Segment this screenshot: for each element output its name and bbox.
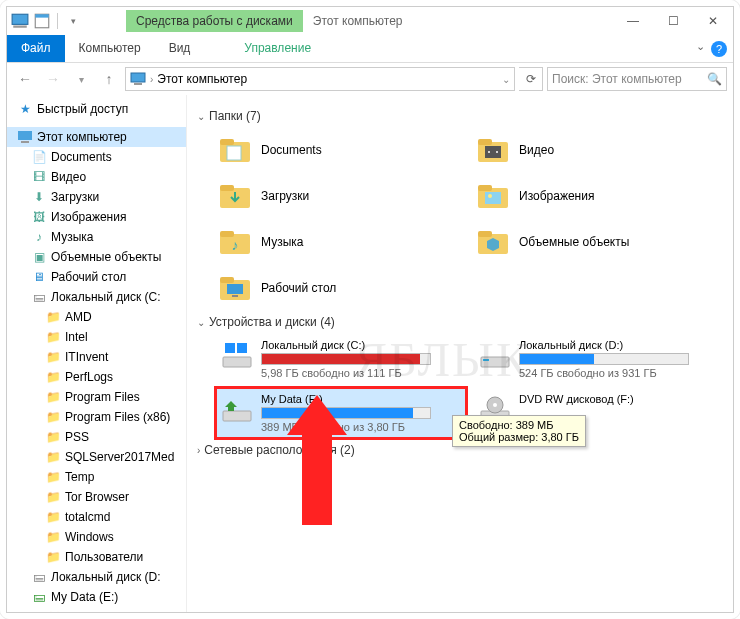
folder-icon: 📁 bbox=[45, 329, 61, 345]
tree-folder[interactable]: 📁Temp bbox=[7, 467, 186, 487]
drive-name: DVD RW дисковод (F:) bbox=[519, 393, 719, 405]
cube-icon: ▣ bbox=[31, 249, 47, 265]
folder-desktop[interactable]: Рабочий стол bbox=[217, 267, 465, 309]
tab-computer[interactable]: Компьютер bbox=[65, 35, 155, 62]
drive-icon: 🖴 bbox=[31, 289, 47, 305]
drive-os-icon bbox=[221, 339, 253, 371]
group-folders[interactable]: ⌄Папки (7) bbox=[197, 109, 723, 123]
tree-documents[interactable]: 📄Documents bbox=[7, 147, 186, 167]
tree-folder[interactable]: 📁SQLServer2017Med bbox=[7, 447, 186, 467]
address-bar: ← → ▾ ↑ › Этот компьютер ⌄ ⟳ Поиск: Этот… bbox=[7, 63, 733, 95]
tab-manage[interactable]: Управление bbox=[230, 35, 325, 62]
search-placeholder: Поиск: Этот компьютер bbox=[552, 72, 682, 86]
folder-icon bbox=[475, 178, 511, 214]
svg-point-21 bbox=[488, 194, 492, 198]
tree-folder[interactable]: 📁Windows bbox=[7, 527, 186, 547]
svg-rect-7 bbox=[21, 141, 29, 143]
tree-disk-d[interactable]: 🖴Локальный диск (D: bbox=[7, 567, 186, 587]
ribbon-expand-icon[interactable]: ⌄ bbox=[696, 40, 705, 53]
breadcrumb[interactable]: › Этот компьютер ⌄ bbox=[125, 67, 515, 91]
tree-folder[interactable]: 📁AMD bbox=[7, 307, 186, 327]
drive-c[interactable]: Локальный диск (C:) 5,98 ГБ свободно из … bbox=[217, 335, 465, 383]
minimize-button[interactable]: — bbox=[613, 7, 653, 35]
help-icon[interactable]: ? bbox=[711, 41, 727, 57]
nav-back-button[interactable]: ← bbox=[13, 67, 37, 91]
tree-mydata-e[interactable]: 🖴My Data (E:) bbox=[7, 587, 186, 607]
nav-recent-icon[interactable]: ▾ bbox=[69, 67, 93, 91]
folder-icon: 📁 bbox=[45, 489, 61, 505]
tree-folder[interactable]: 📁ITInvent bbox=[7, 347, 186, 367]
tree-downloads[interactable]: ⬇Загрузки bbox=[7, 187, 186, 207]
folder-pictures[interactable]: Изображения bbox=[475, 175, 723, 217]
chevron-down-icon: ⌄ bbox=[197, 111, 205, 122]
tab-view[interactable]: Вид bbox=[155, 35, 205, 62]
qat-dropdown-icon[interactable]: ▾ bbox=[64, 12, 82, 30]
tree-folder[interactable]: 📁Tor Browser bbox=[7, 487, 186, 507]
svg-rect-35 bbox=[481, 357, 509, 367]
drive-icon: 🖴 bbox=[31, 569, 47, 585]
folder-icon: 📁 bbox=[45, 349, 61, 365]
navigation-tree[interactable]: ★Быстрый доступ Этот компьютер 📄Document… bbox=[7, 95, 187, 612]
tree-folder[interactable]: 📁PerfLogs bbox=[7, 367, 186, 387]
desktop-icon: 🖥 bbox=[31, 269, 47, 285]
usage-fill bbox=[262, 354, 420, 364]
folder-icon: 📁 bbox=[45, 369, 61, 385]
tree-pictures[interactable]: 🖼Изображения bbox=[7, 207, 186, 227]
window-title: Этот компьютер bbox=[313, 14, 403, 28]
folder-icon: 📁 bbox=[45, 529, 61, 545]
refresh-button[interactable]: ⟳ bbox=[519, 67, 543, 91]
svg-rect-36 bbox=[483, 359, 489, 361]
folder-icon: 📁 bbox=[45, 389, 61, 405]
svg-rect-5 bbox=[134, 83, 142, 85]
usage-fill bbox=[520, 354, 594, 364]
tree-desktop[interactable]: 🖥Рабочий стол bbox=[7, 267, 186, 287]
svg-rect-3 bbox=[35, 14, 49, 17]
folder-icon: 📁 bbox=[45, 429, 61, 445]
crumb-dropdown-icon[interactable]: ⌄ bbox=[502, 74, 510, 85]
close-button[interactable]: ✕ bbox=[693, 7, 733, 35]
svg-rect-9 bbox=[220, 139, 234, 145]
svg-text:♪: ♪ bbox=[232, 237, 239, 253]
tree-this-pc[interactable]: Этот компьютер bbox=[7, 127, 186, 147]
svg-rect-4 bbox=[131, 73, 145, 82]
svg-rect-26 bbox=[478, 231, 492, 237]
tree-objects3d[interactable]: ▣Объемные объекты bbox=[7, 247, 186, 267]
folder-icon bbox=[475, 132, 511, 168]
pc-icon bbox=[130, 71, 146, 87]
tree-quick-access[interactable]: ★Быстрый доступ bbox=[7, 99, 186, 119]
folder-downloads[interactable]: Загрузки bbox=[217, 175, 465, 217]
tree-music[interactable]: ♪Музыка bbox=[7, 227, 186, 247]
chevron-right-icon: › bbox=[197, 445, 200, 456]
tree-folder[interactable]: 📁PSS bbox=[7, 427, 186, 447]
star-icon: ★ bbox=[17, 101, 33, 117]
nav-up-button[interactable]: ↑ bbox=[97, 67, 121, 91]
folder-icon bbox=[217, 132, 253, 168]
folder-documents[interactable]: Documents bbox=[217, 129, 465, 171]
folder-icon: 📁 bbox=[45, 509, 61, 525]
qat-properties-icon[interactable] bbox=[33, 12, 51, 30]
tree-disk-c[interactable]: 🖴Локальный диск (C: bbox=[7, 287, 186, 307]
pc-icon bbox=[17, 129, 33, 145]
tree-folder[interactable]: 📁totalcmd bbox=[7, 507, 186, 527]
tree-folder[interactable]: 📁Intel bbox=[7, 327, 186, 347]
folder-music[interactable]: ♪Музыка bbox=[217, 221, 465, 263]
svg-rect-0 bbox=[12, 14, 28, 24]
tree-folder[interactable]: 📁Program Files bbox=[7, 387, 186, 407]
drive-removable-icon bbox=[221, 393, 253, 425]
drive-d[interactable]: Локальный диск (D:) 524 ГБ свободно из 9… bbox=[475, 335, 723, 383]
maximize-button[interactable]: ☐ bbox=[653, 7, 693, 35]
drive-name: Локальный диск (D:) bbox=[519, 339, 719, 351]
svg-rect-34 bbox=[237, 343, 247, 353]
tree-folder[interactable]: 📁ati bbox=[7, 607, 186, 612]
tree-video[interactable]: 🎞Видео bbox=[7, 167, 186, 187]
tab-file[interactable]: Файл bbox=[7, 35, 65, 62]
search-input[interactable]: Поиск: Этот компьютер 🔍 bbox=[547, 67, 727, 91]
folder-objects3d[interactable]: Объемные объекты bbox=[475, 221, 723, 263]
tree-folder[interactable]: 📁Пользователи bbox=[7, 547, 186, 567]
drive-name: Локальный диск (C:) bbox=[261, 339, 461, 351]
folder-video[interactable]: Видео bbox=[475, 129, 723, 171]
nav-forward-button[interactable]: → bbox=[41, 67, 65, 91]
picture-icon: 🖼 bbox=[31, 209, 47, 225]
group-drives[interactable]: ⌄Устройства и диски (4) bbox=[197, 315, 723, 329]
tree-folder[interactable]: 📁Program Files (x86) bbox=[7, 407, 186, 427]
